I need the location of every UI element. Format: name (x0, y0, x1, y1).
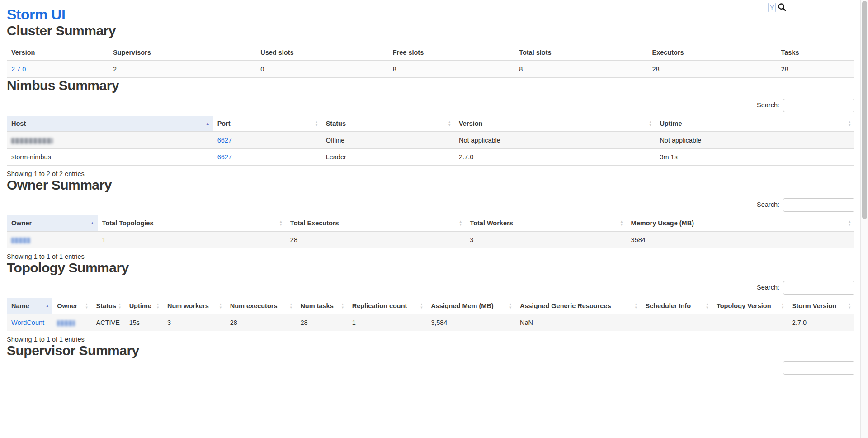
sort-icon (448, 121, 451, 127)
sort-icon (85, 303, 88, 309)
nimbus-search-input[interactable] (783, 99, 854, 112)
supervisor-search-row (7, 361, 854, 375)
topology-link[interactable]: WordCount (11, 319, 44, 326)
app-title[interactable]: Storm UI (7, 6, 854, 23)
col-nimbus-version[interactable]: Version (454, 116, 655, 132)
nimbus-row: storm-nimbus 6627 Leader 2.7.0 3m 1s (7, 149, 854, 166)
redacted-owner[interactable] (57, 320, 75, 326)
cell-total-workers: 3 (465, 231, 626, 248)
topology-filter-input[interactable] (768, 3, 776, 12)
topology-entries-info: Showing 1 to 1 of 1 entries (7, 336, 854, 343)
redacted-owner[interactable] (11, 238, 30, 243)
cell-total-slots: 8 (514, 61, 647, 78)
cell-replication-count: 1 (348, 314, 426, 331)
cell-total-topologies: 1 (98, 231, 286, 248)
col-topo-owner[interactable]: Owner (52, 298, 91, 314)
owner-entries-info: Showing 1 to 1 of 1 entries (7, 253, 854, 260)
sort-icon (706, 303, 709, 309)
sort-asc-icon: ▲ (45, 304, 49, 308)
col-scheduler-info[interactable]: Scheduler Info (641, 298, 712, 314)
col-memory-usage[interactable]: Memory Usage (MB) (627, 215, 854, 231)
cluster-row: 2.7.0 2 0 8 8 28 28 (7, 61, 854, 78)
cell-executors: 28 (648, 61, 777, 78)
col-storm-version[interactable]: Storm Version (788, 298, 854, 314)
cluster-summary-heading: Cluster Summary (7, 23, 854, 38)
col-num-workers[interactable]: Num workers (163, 298, 226, 314)
cell-version: 2.7.0 (454, 149, 655, 166)
supervisor-search-input[interactable] (783, 361, 854, 375)
search-icon[interactable] (777, 2, 787, 12)
col-topo-uptime[interactable]: Uptime (125, 298, 163, 314)
cell-storm-version: 2.7.0 (788, 314, 854, 331)
nimbus-entries-info: Showing 1 to 2 of 2 entries (7, 170, 854, 177)
sort-icon (315, 121, 318, 127)
cell-host (7, 132, 213, 149)
nimbus-summary-heading: Nimbus Summary (7, 78, 854, 93)
col-assigned-mem[interactable]: Assigned Mem (MB) (426, 298, 515, 314)
redacted-host (11, 138, 53, 144)
owner-search-input[interactable] (783, 198, 854, 212)
cluster-header-row: Version Supervisors Used slots Free slot… (7, 45, 854, 61)
cell-version: Not applicable (454, 132, 655, 149)
nimbus-header-row: Host▲ Port Status Version Uptime (7, 116, 854, 132)
cell-assigned-generic-resources: NaN (515, 314, 641, 331)
sort-icon (634, 303, 637, 309)
owner-summary-table: Owner▲ Total Topologies Total Executors … (7, 215, 854, 248)
col-executors: Executors (648, 45, 777, 61)
nimbus-search-row: Search: (7, 99, 854, 112)
port-link[interactable]: 6627 (217, 153, 232, 161)
col-name[interactable]: Name▲ (7, 298, 52, 314)
sort-icon (781, 303, 784, 309)
sort-icon (509, 303, 512, 309)
col-free-slots: Free slots (388, 45, 514, 61)
sort-icon (156, 303, 160, 309)
cell-tasks: 28 (777, 61, 855, 78)
col-status[interactable]: Status (321, 116, 454, 132)
nimbus-summary-table: Host▲ Port Status Version Uptime 6627 Of… (7, 116, 854, 166)
scrollbar-thumb[interactable] (862, 1, 867, 219)
nimbus-row: 6627 Offline Not applicable Not applicab… (7, 132, 854, 149)
col-total-executors[interactable]: Total Executors (286, 215, 466, 231)
col-total-topologies[interactable]: Total Topologies (98, 215, 286, 231)
cell-status: ACTIVE (92, 314, 125, 331)
col-num-tasks[interactable]: Num tasks (296, 298, 347, 314)
col-replication-count[interactable]: Replication count (348, 298, 426, 314)
cell-memory-usage: 3584 (627, 231, 854, 248)
cell-host: storm-nimbus (7, 149, 213, 166)
topbar-controls (768, 2, 787, 12)
col-total-workers[interactable]: Total Workers (465, 215, 626, 231)
topology-search-input[interactable] (783, 281, 854, 295)
sort-icon (459, 220, 462, 226)
sort-icon (848, 220, 851, 226)
col-host[interactable]: Host▲ (7, 116, 213, 132)
vertical-scrollbar[interactable] (860, 0, 868, 438)
port-link[interactable]: 6627 (217, 137, 232, 144)
cell-owner (7, 231, 98, 248)
cell-uptime: Not applicable (655, 132, 854, 149)
col-assigned-generic-resources[interactable]: Assigned Generic Resources (515, 298, 641, 314)
cell-uptime: 3m 1s (655, 149, 854, 166)
col-supervisors: Supervisors (108, 45, 256, 61)
cell-version: 2.7.0 (7, 61, 108, 78)
col-port[interactable]: Port (213, 116, 321, 132)
col-owner[interactable]: Owner▲ (7, 215, 98, 231)
nimbus-search-label: Search: (757, 101, 779, 109)
cluster-summary-table: Version Supervisors Used slots Free slot… (7, 45, 854, 78)
col-topo-status[interactable]: Status (92, 298, 125, 314)
cell-free-slots: 8 (388, 61, 514, 78)
cell-num-workers: 3 (163, 314, 226, 331)
topology-row: WordCount ACTIVE 15s 3 28 28 1 3,584 NaN… (7, 314, 854, 331)
col-topology-version[interactable]: Topology Version (712, 298, 788, 314)
cell-name: WordCount (7, 314, 52, 331)
version-link[interactable]: 2.7.0 (11, 66, 26, 73)
sort-icon (620, 220, 623, 226)
owner-summary-heading: Owner Summary (7, 177, 854, 193)
sort-icon (848, 121, 851, 127)
col-uptime[interactable]: Uptime (655, 116, 854, 132)
col-num-executors[interactable]: Num executors (226, 298, 296, 314)
sort-icon (848, 303, 851, 309)
cell-scheduler-info (641, 314, 712, 331)
cell-topology-version (712, 314, 788, 331)
owner-header-row: Owner▲ Total Topologies Total Executors … (7, 215, 854, 231)
cell-uptime: 15s (125, 314, 163, 331)
